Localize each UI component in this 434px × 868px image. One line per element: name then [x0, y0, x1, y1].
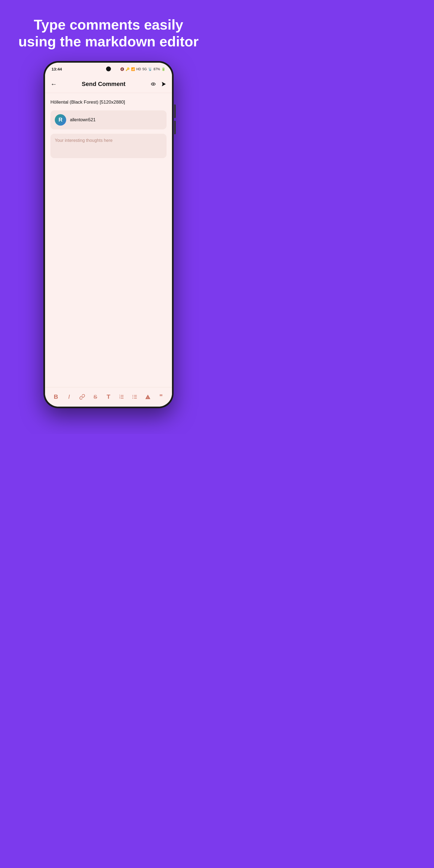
svg-marker-2 — [162, 82, 166, 87]
status-icons: 🔇 🔑 📶 HD 5G 📡 87% 🔋 — [120, 67, 165, 71]
send-button[interactable] — [161, 81, 166, 87]
svg-point-1 — [153, 84, 154, 85]
app-bar-actions — [150, 81, 166, 87]
volume-down-button — [174, 121, 176, 134]
phone-device: 13:44 🔇 🔑 📶 HD 5G 📡 87% 🔋 ← Send Comment — [43, 61, 174, 408]
svg-text:3: 3 — [119, 397, 120, 399]
markdown-toolbar: B I S T 1 2 3 — [45, 387, 172, 407]
comment-placeholder: Your interesting thoughts here — [55, 138, 113, 143]
post-title: Höllental (Black Forest) [5120x2880] — [51, 98, 166, 106]
username: allentown521 — [70, 118, 95, 122]
key-icon: 🔑 — [126, 67, 130, 71]
hero-title: Type comments easily using the markdown … — [0, 0, 217, 61]
ordered-list-button[interactable]: 1 2 3 — [116, 392, 127, 402]
warning-button[interactable]: ! — [143, 392, 153, 402]
italic-button[interactable]: I — [64, 392, 74, 402]
user-row: R allentown521 — [51, 111, 166, 129]
phone-screen: 13:44 🔇 🔑 📶 HD 5G 📡 87% 🔋 ← Send Comment — [45, 63, 172, 407]
quote-button[interactable]: " — [156, 392, 166, 402]
hd-badge: HD — [136, 67, 141, 71]
link-button[interactable] — [77, 392, 88, 402]
svg-point-13 — [132, 397, 133, 397]
signal-icon: 📡 — [148, 67, 152, 71]
wifi-icon: 📶 — [131, 67, 135, 71]
preview-button[interactable] — [150, 81, 156, 87]
mute-icon: 🔇 — [120, 67, 124, 71]
status-time: 13:44 — [52, 67, 62, 71]
comment-input[interactable]: Your interesting thoughts here — [51, 134, 166, 158]
bold-button[interactable]: B — [51, 392, 61, 402]
unordered-list-button[interactable] — [129, 392, 140, 402]
page-title: Send Comment — [82, 81, 125, 88]
battery-level: 87% — [154, 67, 160, 71]
svg-point-14 — [132, 398, 133, 399]
avatar: R — [55, 114, 66, 126]
battery-icon: 🔋 — [161, 67, 165, 71]
content-area: Höllental (Black Forest) [5120x2880] R a… — [45, 93, 172, 387]
svg-text:!: ! — [148, 397, 148, 399]
strikethrough-button[interactable]: S — [90, 392, 101, 402]
app-bar: ← Send Comment — [45, 76, 172, 93]
back-button[interactable]: ← — [51, 80, 57, 88]
volume-up-button — [174, 104, 176, 118]
phone-camera — [106, 66, 111, 71]
svg-point-12 — [132, 395, 133, 396]
heading-button[interactable]: T — [103, 392, 114, 402]
network-badge: 5G — [143, 67, 147, 71]
